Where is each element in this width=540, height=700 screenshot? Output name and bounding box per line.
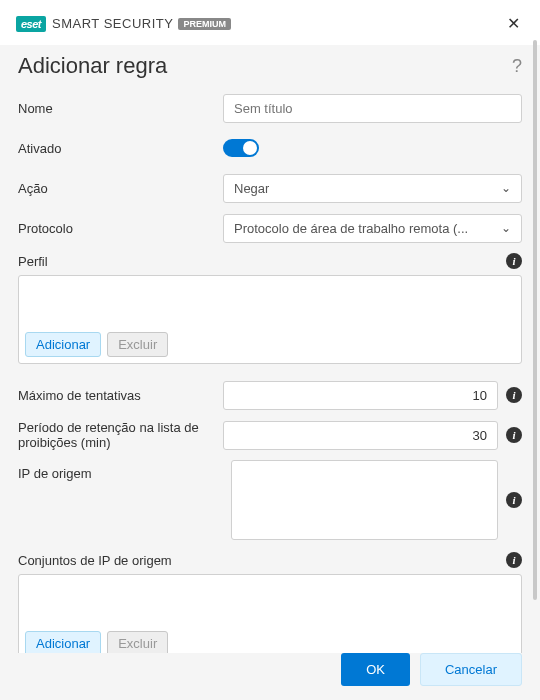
page-title: Adicionar regra (18, 53, 167, 79)
row-max-attempts: Máximo de tentativas i (18, 380, 522, 410)
brand-badge: eset (16, 16, 46, 32)
protocol-value: Protocolo de área de trabalho remota (..… (234, 221, 468, 236)
row-source-ip: IP de origem i (18, 460, 522, 540)
profile-listbox: Adicionar Excluir (18, 275, 522, 364)
title-bar: Adicionar regra ? (0, 45, 540, 93)
row-retention: Período de retenção na lista de proibiçõ… (18, 420, 522, 450)
chevron-down-icon: ⌄ (501, 181, 511, 195)
cancel-button[interactable]: Cancelar (420, 653, 522, 686)
source-ip-sets-label: Conjuntos de IP de origem (18, 553, 172, 568)
action-select[interactable]: Negar ⌄ (223, 174, 522, 203)
window-header: eset SMART SECURITY PREMIUM ✕ (0, 0, 540, 45)
info-icon[interactable]: i (506, 552, 522, 568)
profile-delete-button[interactable]: Excluir (107, 332, 168, 357)
brand-tier: PREMIUM (178, 18, 231, 30)
info-icon[interactable]: i (506, 253, 522, 269)
ok-button[interactable]: OK (341, 653, 410, 686)
protocol-select[interactable]: Protocolo de área de trabalho remota (..… (223, 214, 522, 243)
chevron-down-icon: ⌄ (501, 221, 511, 235)
content-area: Nome Ativado Ação Negar ⌄ Protocolo Prot… (0, 93, 540, 653)
max-attempts-label: Máximo de tentativas (18, 388, 223, 403)
source-ip-sets-list-area[interactable] (19, 575, 521, 625)
close-icon[interactable]: ✕ (503, 10, 524, 37)
help-icon[interactable]: ? (512, 56, 522, 77)
retention-input[interactable] (223, 421, 498, 450)
action-value: Negar (234, 181, 269, 196)
enabled-label: Ativado (18, 141, 223, 156)
profile-add-button[interactable]: Adicionar (25, 332, 101, 357)
retention-label: Período de retenção na lista de proibiçõ… (18, 420, 223, 450)
name-input[interactable] (223, 94, 522, 123)
protocol-label: Protocolo (18, 221, 223, 236)
info-icon[interactable]: i (506, 387, 522, 403)
info-icon[interactable]: i (506, 492, 522, 508)
profile-list-area[interactable] (19, 276, 521, 326)
source-ip-label: IP de origem (18, 460, 223, 481)
row-action: Ação Negar ⌄ (18, 173, 522, 203)
info-icon[interactable]: i (506, 427, 522, 443)
row-enabled: Ativado (18, 133, 522, 163)
enabled-toggle[interactable] (223, 139, 259, 157)
row-name: Nome (18, 93, 522, 123)
action-label: Ação (18, 181, 223, 196)
profile-label: Perfil (18, 254, 48, 269)
source-ip-sets-section: Conjuntos de IP de origem i (18, 552, 522, 568)
source-ip-textarea[interactable] (231, 460, 498, 540)
max-attempts-input[interactable] (223, 381, 498, 410)
profile-section: Perfil i (18, 253, 522, 269)
name-label: Nome (18, 101, 223, 116)
brand-text: SMART SECURITY (52, 16, 173, 31)
row-protocol: Protocolo Protocolo de área de trabalho … (18, 213, 522, 243)
footer: OK Cancelar (0, 639, 540, 700)
